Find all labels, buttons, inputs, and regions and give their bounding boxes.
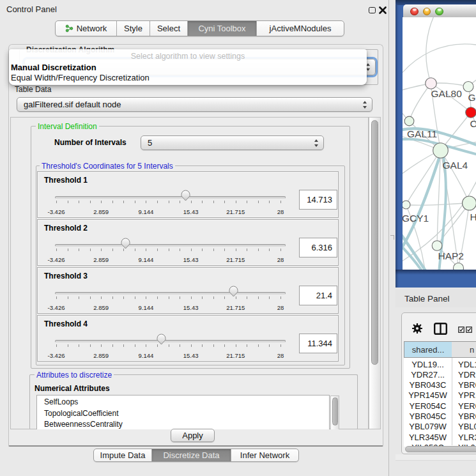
network-edge	[406, 203, 470, 205]
network-icon	[65, 24, 73, 33]
slider-tick-label: 15.43	[175, 352, 207, 359]
zoom-traffic-light[interactable]	[435, 8, 443, 16]
threshold-value-field[interactable]: 6.316	[299, 238, 337, 257]
threshold-value-field[interactable]: 21.4	[299, 286, 337, 305]
slider-track[interactable]	[55, 196, 286, 199]
slider-tick	[191, 249, 192, 251]
slider-track[interactable]	[55, 340, 286, 342]
GAL11-node[interactable]	[404, 116, 414, 126]
node-table[interactable]: shared... n YDL19...YDL1YDR27...YDR2YBR0…	[404, 341, 476, 447]
table-cell-shared-name[interactable]: YPR145W	[404, 390, 452, 400]
GCY1-node[interactable]	[403, 201, 410, 209]
slider-tick	[269, 249, 270, 251]
threshold-label: Threshold 2	[44, 224, 88, 233]
slider-thumb[interactable]	[157, 334, 166, 345]
columns-icon[interactable]	[434, 323, 447, 335]
slider-tick-label: 28	[265, 208, 296, 215]
tab-select[interactable]: Select	[150, 21, 188, 36]
close-window-icon[interactable]	[379, 6, 387, 14]
table-header-name[interactable]: n	[452, 341, 476, 358]
table-cell-name[interactable]: YBR0	[458, 380, 476, 390]
table-data-combo-value: galFiltered.sif default node	[24, 98, 121, 111]
splitter-handle[interactable]	[390, 235, 394, 240]
number-of-intervals-combo[interactable]: 5	[141, 135, 324, 150]
table-data-combo[interactable]: galFiltered.sif default node	[17, 97, 372, 112]
table-horizontal-scrollbar[interactable]	[404, 445, 476, 453]
slider-tick	[213, 296, 214, 299]
float-window-icon[interactable]	[369, 7, 376, 13]
gear-icon[interactable]	[412, 323, 422, 334]
table-horizontal-scrollbar-thumb[interactable]	[405, 446, 476, 452]
slider-tick	[180, 296, 180, 299]
HAP2-node[interactable]	[432, 241, 442, 251]
network-graph[interactable]: GAL80G.CGAL11GAL4GCY1HHAP2	[403, 17, 476, 270]
tab-label: Cyni Toolbox	[198, 24, 245, 33]
attribute-list-item[interactable]: TopologicalCoefficient	[44, 409, 119, 418]
checkbox-icon[interactable]	[466, 326, 472, 333]
close-traffic-light[interactable]	[410, 8, 418, 16]
table-cell-name[interactable]: YDR2	[458, 370, 476, 380]
table-cell-name[interactable]: YDL1	[458, 360, 476, 369]
table-panel-footer-strip	[395, 454, 476, 461]
top-right-node[interactable]	[463, 82, 473, 92]
table-cell-shared-name[interactable]: YDL19...	[404, 360, 452, 369]
tab-jactivemnodules[interactable]: jActiveMNodules	[257, 21, 344, 36]
settings-scrollbar-thumb[interactable]	[371, 120, 378, 365]
table-header-shared-name[interactable]: shared...	[404, 341, 452, 358]
slider-tick	[123, 201, 124, 203]
threshold-value-field[interactable]: 14.713	[299, 190, 337, 210]
table-cell-shared-name[interactable]: YBL079W	[404, 422, 452, 431]
bottom-node[interactable]	[454, 263, 464, 270]
table-cell-shared-name[interactable]: YLR345W	[404, 433, 452, 442]
attributes-list-scrollbar[interactable]	[330, 395, 339, 429]
slider-track[interactable]	[55, 292, 286, 295]
checkbox-icon[interactable]	[458, 326, 464, 333]
slider-tick	[135, 296, 135, 299]
H-node[interactable]	[463, 196, 476, 210]
table-cell-shared-name[interactable]: YBR043C	[404, 380, 452, 390]
slider-thumb[interactable]	[121, 238, 130, 249]
table-cell-shared-name[interactable]: YDR27...	[404, 370, 452, 380]
slider-tick	[280, 201, 281, 203]
slider-tick	[224, 249, 225, 251]
settings-scrollbar[interactable]	[369, 117, 381, 429]
slider-tick	[146, 201, 146, 203]
slider-tick-label: 9.144	[130, 208, 162, 215]
bottom-tab-impute-data[interactable]: Impute Data	[94, 449, 152, 461]
table-cell-name[interactable]: YLR3	[458, 433, 476, 442]
tab-network[interactable]: Network	[56, 21, 117, 36]
bottom-tab-discretize-data[interactable]: Discretize Data	[152, 449, 231, 461]
network-window-titlebar[interactable]	[403, 4, 476, 18]
slider-thumb[interactable]	[181, 190, 190, 201]
attributes-list-scrollbar-thumb[interactable]	[332, 397, 338, 426]
threshold-value-field[interactable]: 11.344	[299, 334, 337, 353]
threshold-label: Threshold 4	[44, 319, 88, 328]
minimize-traffic-light[interactable]	[423, 8, 431, 16]
red-node[interactable]	[466, 107, 476, 118]
tab-style[interactable]: Style	[117, 21, 150, 36]
slider-tick	[135, 201, 135, 203]
table-cell-shared-name[interactable]: YER054C	[404, 401, 452, 411]
attribute-list-item[interactable]: SelfLoops	[44, 397, 78, 406]
slider-track[interactable]	[55, 244, 286, 247]
table-cell-name[interactable]: YBL0	[458, 422, 476, 431]
apply-button[interactable]: Apply	[171, 429, 215, 442]
network-canvas[interactable]: GAL80G.CGAL11GAL4GCY1HHAP2	[403, 17, 476, 270]
popup-item-equal-width[interactable]: Equal Width/Frequency Discretization	[11, 73, 150, 82]
slider-tick	[247, 201, 247, 203]
table-cell-name[interactable]: YPR1	[458, 390, 476, 400]
table-cell-name[interactable]: YBR0	[458, 411, 476, 421]
tab-label: jActiveMNodules	[270, 24, 332, 33]
tab-cyni-toolbox[interactable]: Cyni Toolbox	[188, 21, 257, 36]
slider-tick	[90, 296, 91, 299]
attribute-list-item[interactable]: BetweennessCentrality	[44, 420, 123, 429]
table-cell-name[interactable]: YER0	[458, 401, 476, 411]
numerical-attributes-list[interactable]: SelfLoopsTopologicalCoefficientBetweenne…	[36, 395, 330, 429]
slider-thumb[interactable]	[229, 286, 238, 297]
popup-item-manual-discretization[interactable]: Manual Discretization	[11, 63, 96, 72]
combo-arrows-icon	[366, 63, 371, 71]
table-cell-shared-name[interactable]: YBR045C	[404, 411, 452, 421]
slider-tick-label: -3.426	[40, 256, 72, 263]
GAL4-node[interactable]	[433, 143, 449, 158]
bottom-tab-infer-network[interactable]: Infer Network	[231, 449, 298, 461]
